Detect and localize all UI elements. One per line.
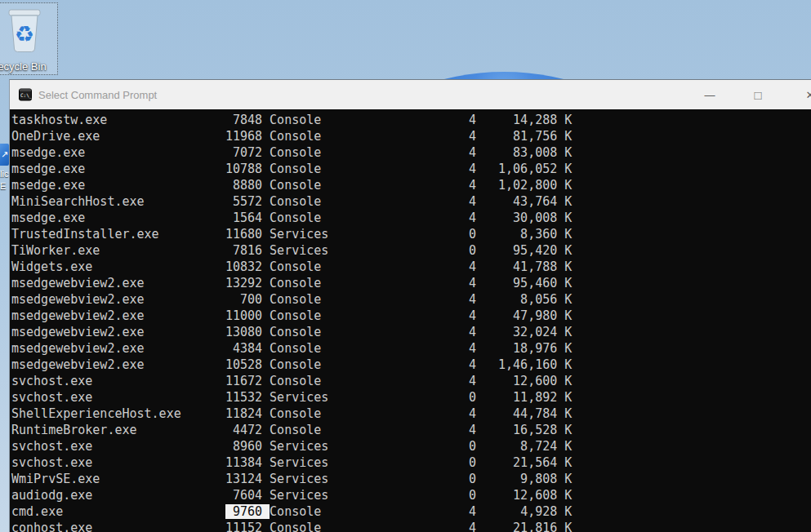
maximize-button[interactable]: □ <box>739 80 777 109</box>
partial-desktop-shortcut-icon[interactable]: ↗ <box>0 144 9 166</box>
maximize-icon: □ <box>754 88 761 102</box>
console-line: conhost.exe 11152 Console 4 21,816 K <box>11 520 811 532</box>
console-output[interactable]: taskhostw.exe 7848 Console 4 14,288 KOne… <box>10 109 811 532</box>
recycle-bin-icon: ♻ <box>6 6 43 53</box>
console-line: msedge.exe 10788 Console 4 1,06,052 K <box>11 161 811 177</box>
console-line: svchost.exe 11384 Services 0 21,564 K <box>11 454 811 471</box>
recycle-bin-desktop-icon[interactable]: ♻ Recycle Bin <box>0 2 58 75</box>
console-line: msedge.exe 1564 Console 4 30,008 K <box>11 210 811 226</box>
console-line: svchost.exe 11672 Console 4 12,600 K <box>11 373 811 389</box>
console-line: msedgewebview2.exe 4384 Console 4 18,976… <box>11 340 811 357</box>
window-title: Select Command Prompt <box>38 89 157 101</box>
close-button[interactable]: ✕ <box>791 80 811 109</box>
selected-text: 9760 <box>225 504 270 519</box>
console-line: cmd.exe 9760 Console 4 4,928 K <box>11 503 811 520</box>
console-line: msedge.exe 8880 Console 4 1,02,800 K <box>11 177 811 193</box>
console-line: taskhostw.exe 7848 Console 4 14,288 K <box>11 112 811 128</box>
console-line: Widgets.exe 10832 Console 4 41,788 K <box>11 259 811 275</box>
console-line: msedgewebview2.exe 13292 Console 4 95,46… <box>11 275 811 291</box>
recycle-bin-label: Recycle Bin <box>0 60 47 73</box>
console-line: audiodg.exe 7604 Services 0 12,608 K <box>11 487 811 503</box>
cmd-icon: C:\_ <box>19 88 32 101</box>
title-bar[interactable]: C:\_ Select Command Prompt — □ ✕ <box>10 80 811 109</box>
console-line: msedgewebview2.exe 700 Console 4 8,056 K <box>11 291 811 308</box>
shortcut-arrow-icon: ↗ <box>1 149 8 159</box>
console-line: OneDrive.exe 11968 Console 4 81,756 K <box>11 128 811 144</box>
console-line: svchost.exe 8960 Services 0 8,724 K <box>11 438 811 454</box>
console-line: TrustedInstaller.exe 11680 Services 0 8,… <box>11 226 811 242</box>
svg-text:C:\_: C:\_ <box>20 92 32 99</box>
console-line: ShellExperienceHost.exe 11824 Console 4 … <box>11 406 811 422</box>
console-line: msedgewebview2.exe 13080 Console 4 32,02… <box>11 324 811 340</box>
console-line: msedge.exe 7072 Console 4 83,008 K <box>11 144 811 161</box>
console-line: MiniSearchHost.exe 5572 Console 4 43,764… <box>11 193 811 210</box>
minimize-icon: — <box>705 89 715 101</box>
console-line: TiWorker.exe 7816 Services 0 95,420 K <box>11 242 811 259</box>
console-line: svchost.exe 11532 Services 0 11,892 K <box>11 389 811 406</box>
console-line: msedgewebview2.exe 10528 Console 4 1,46,… <box>11 357 811 373</box>
command-prompt-window: C:\_ Select Command Prompt — □ ✕ taskhos… <box>9 79 811 532</box>
recycle-symbol-icon: ♻ <box>15 22 34 47</box>
minimize-button[interactable]: — <box>691 80 729 109</box>
console-line: WmiPrvSE.exe 13124 Services 0 9,808 K <box>11 471 811 487</box>
console-line: msedgewebview2.exe 11000 Console 4 47,98… <box>11 308 811 324</box>
close-icon: ✕ <box>806 89 811 101</box>
console-line: RuntimeBroker.exe 4472 Console 4 16,528 … <box>11 422 811 438</box>
